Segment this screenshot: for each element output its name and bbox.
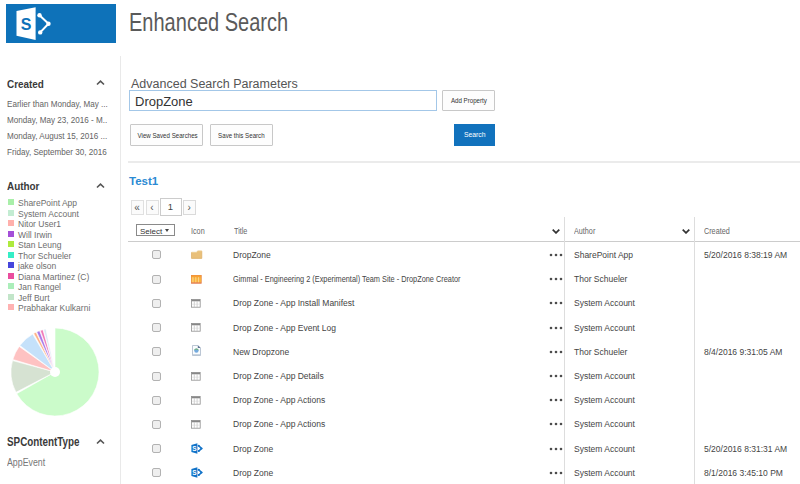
svg-text:S: S [192,469,197,476]
svg-text:S: S [192,445,197,452]
svg-text:S: S [21,16,32,33]
